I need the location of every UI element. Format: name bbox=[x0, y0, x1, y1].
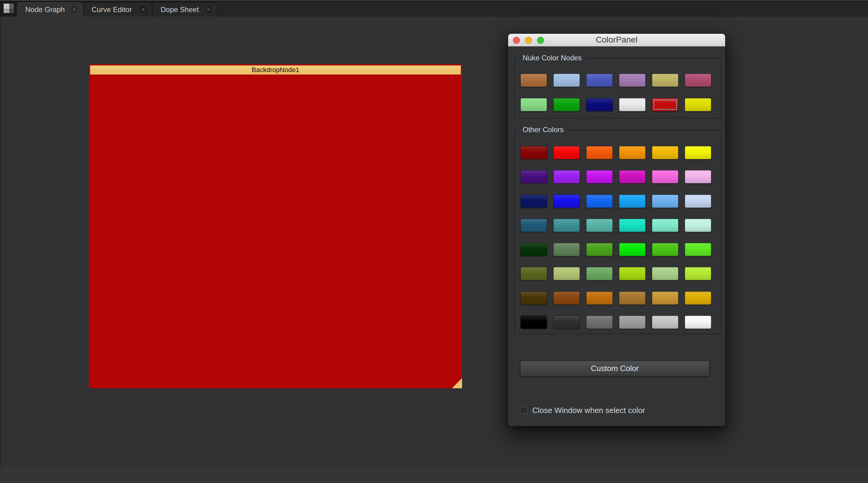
color-swatch[interactable] bbox=[652, 146, 678, 159]
color-swatch[interactable] bbox=[553, 316, 580, 329]
color-swatch[interactable] bbox=[586, 267, 613, 280]
color-swatch[interactable] bbox=[685, 146, 711, 159]
color-swatch[interactable] bbox=[521, 195, 547, 208]
pane-menu-box bbox=[0, 2, 17, 17]
tab-dope-sheet[interactable]: Dope Sheet ✕ bbox=[153, 2, 217, 17]
color-swatch[interactable] bbox=[586, 195, 613, 208]
node-graph-canvas[interactable]: BackdropNode1 bbox=[0, 17, 868, 483]
tab-close-icon[interactable]: ✕ bbox=[71, 6, 78, 13]
color-swatch[interactable] bbox=[619, 146, 646, 159]
color-swatch[interactable] bbox=[553, 146, 580, 159]
color-swatch[interactable] bbox=[685, 98, 711, 111]
other-color-swatch-grid bbox=[521, 146, 711, 329]
color-swatch[interactable] bbox=[553, 170, 580, 183]
group-label: Nuke Color Nodes bbox=[520, 54, 585, 62]
color-swatch[interactable] bbox=[521, 74, 547, 87]
close-window-checkbox-label: Close Window when select color bbox=[532, 406, 645, 415]
pane-divider[interactable] bbox=[1, 17, 1, 483]
tab-close-icon[interactable]: ✕ bbox=[206, 6, 212, 13]
backdrop-label: BackdropNode1 bbox=[252, 66, 299, 74]
color-swatch[interactable] bbox=[521, 291, 547, 305]
color-swatch[interactable] bbox=[619, 219, 646, 232]
color-swatch[interactable] bbox=[652, 291, 678, 305]
color-swatch[interactable] bbox=[619, 291, 646, 305]
canvas-bottom-strip bbox=[0, 467, 868, 483]
color-swatch[interactable] bbox=[619, 195, 646, 208]
color-swatch[interactable] bbox=[685, 316, 711, 329]
color-swatch[interactable] bbox=[685, 195, 711, 208]
tab-bar: Node Graph ✕ Curve Editor ✕ Dope Sheet ✕ bbox=[0, 0, 868, 17]
color-swatch[interactable] bbox=[586, 98, 613, 111]
color-swatch[interactable] bbox=[553, 291, 580, 305]
tab-label: Curve Editor bbox=[92, 5, 132, 14]
color-swatch[interactable] bbox=[586, 170, 613, 183]
backdrop-node[interactable]: BackdropNode1 bbox=[89, 64, 462, 388]
window-title: ColorPanel bbox=[508, 34, 725, 46]
color-swatch[interactable] bbox=[586, 243, 613, 256]
color-swatch[interactable] bbox=[521, 243, 547, 256]
color-swatch[interactable] bbox=[586, 291, 613, 305]
color-swatch[interactable] bbox=[685, 170, 711, 183]
color-swatch[interactable] bbox=[652, 98, 678, 111]
tab-curve-editor[interactable]: Curve Editor ✕ bbox=[84, 2, 152, 17]
colorpanel-window: ColorPanel Nuke Color Nodes Other Colors… bbox=[508, 34, 725, 426]
color-swatch[interactable] bbox=[586, 146, 613, 159]
color-swatch[interactable] bbox=[521, 316, 547, 329]
color-swatch[interactable] bbox=[553, 219, 580, 232]
color-swatch[interactable] bbox=[619, 74, 646, 87]
color-swatch[interactable] bbox=[553, 74, 580, 87]
color-swatch[interactable] bbox=[553, 243, 580, 256]
color-swatch[interactable] bbox=[619, 267, 646, 280]
color-swatch[interactable] bbox=[586, 219, 613, 232]
color-swatch[interactable] bbox=[586, 316, 613, 329]
tab-node-graph[interactable]: Node Graph ✕ bbox=[17, 2, 83, 17]
color-swatch[interactable] bbox=[652, 74, 678, 87]
color-swatch[interactable] bbox=[685, 74, 711, 87]
color-swatch[interactable] bbox=[553, 267, 580, 280]
color-swatch[interactable] bbox=[619, 170, 646, 183]
color-swatch[interactable] bbox=[652, 195, 678, 208]
color-swatch[interactable] bbox=[685, 267, 711, 280]
color-swatch[interactable] bbox=[521, 219, 547, 232]
color-swatch[interactable] bbox=[553, 98, 580, 111]
group-label: Other Colors bbox=[520, 125, 567, 134]
color-swatch[interactable] bbox=[521, 146, 547, 159]
color-swatch[interactable] bbox=[652, 170, 678, 183]
group-nuke-color-nodes: Nuke Color Nodes bbox=[514, 58, 721, 119]
color-swatch[interactable] bbox=[685, 243, 711, 256]
tab-close-icon[interactable]: ✕ bbox=[139, 6, 147, 13]
color-swatch[interactable] bbox=[652, 243, 678, 256]
custom-color-button[interactable]: Custom Color bbox=[520, 361, 710, 376]
color-swatch[interactable] bbox=[652, 219, 678, 232]
color-swatch[interactable] bbox=[521, 267, 547, 280]
color-swatch[interactable] bbox=[586, 74, 613, 87]
tab-label: Node Graph bbox=[25, 5, 65, 14]
color-swatch[interactable] bbox=[521, 170, 547, 183]
color-swatch[interactable] bbox=[685, 291, 711, 305]
color-swatch[interactable] bbox=[619, 316, 646, 329]
color-swatch[interactable] bbox=[652, 267, 678, 280]
tab-label: Dope Sheet bbox=[161, 5, 199, 14]
color-swatch[interactable] bbox=[619, 243, 646, 256]
color-swatch[interactable] bbox=[553, 195, 580, 208]
close-window-checkbox[interactable] bbox=[520, 407, 527, 414]
color-swatch[interactable] bbox=[521, 98, 547, 111]
group-other-colors: Other Colors bbox=[514, 130, 721, 334]
backdrop-resize-handle[interactable] bbox=[452, 378, 462, 388]
nuke-color-swatch-grid bbox=[521, 74, 711, 111]
backdrop-header[interactable]: BackdropNode1 bbox=[90, 65, 461, 75]
color-swatch[interactable] bbox=[619, 98, 646, 111]
color-swatch[interactable] bbox=[685, 219, 711, 232]
color-swatch[interactable] bbox=[652, 316, 678, 329]
window-titlebar[interactable]: ColorPanel bbox=[508, 34, 725, 47]
pane-menu-icon[interactable] bbox=[4, 4, 14, 13]
